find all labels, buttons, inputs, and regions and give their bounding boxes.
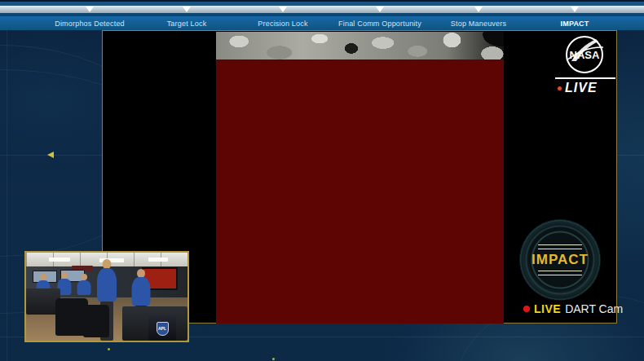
background-gridline: [7, 29, 7, 361]
impact-badge-label: IMPACT: [532, 252, 589, 268]
milestone-label-stop-maneuvers: Stop Maneuvers: [451, 20, 506, 28]
apl-logo: APL: [157, 322, 169, 336]
impact-status-badge: IMPACT: [519, 219, 601, 301]
spark-dot-decoration: [108, 348, 110, 350]
timeline-top-strip: [0, 0, 644, 6]
camera-live-label: LIVE: [534, 302, 561, 315]
pip-person-torso: [77, 280, 91, 295]
pip-ceiling-light: [148, 258, 168, 262]
live-separator-line: [555, 77, 615, 79]
pip-person-head: [81, 274, 87, 280]
pip-person-torso: [97, 268, 117, 302]
pip-apl-panel: APL: [148, 316, 176, 341]
milestone-label-precision-lock: Precision Lock: [258, 20, 307, 28]
milestone-label-target-lock: Target Lock: [167, 20, 207, 28]
left-marker-arrow-icon: [47, 152, 54, 158]
mission-timeline: Dimorphos Detected Target Lock Precision…: [0, 0, 644, 30]
milestone-marker-icon: [571, 7, 579, 12]
broadcast-frame: Dimorphos Detected Target Lock Precision…: [0, 0, 644, 361]
milestone-label-dimorphos-detected: Dimorphos Detected: [55, 20, 125, 28]
apl-logo-text: APL: [158, 326, 166, 331]
asteroid-surface-image: [216, 32, 504, 59]
nasa-logo-icon: NASA: [564, 34, 605, 75]
pip-person-head: [61, 272, 68, 279]
dart-cam-final-frame: [216, 32, 504, 324]
milestone-marker-icon: [474, 7, 483, 12]
pip-person-torso: [132, 277, 151, 306]
spark-dot-decoration: [272, 358, 275, 360]
milestone-marker-icon: [376, 7, 384, 12]
pip-office-chair: [83, 305, 109, 337]
timeline-progress-track: [0, 6, 644, 13]
mission-control-pip: APL: [24, 251, 189, 342]
live-dot-icon: [558, 86, 562, 90]
milestone-marker-icon: [183, 7, 191, 12]
milestone-label-impact: IMPACT: [560, 20, 589, 28]
camera-caption: LIVE DART Cam: [523, 302, 623, 315]
live-label: LIVE: [565, 81, 598, 95]
milestone-marker-icon: [86, 7, 94, 12]
badge-upper-lines: [538, 244, 582, 249]
nasa-logo-text: NASA: [570, 49, 600, 61]
badge-lower-lines: [538, 271, 582, 275]
pip-person: [77, 274, 91, 297]
timeline-label-bar: Dimorphos Detected Target Lock Precision…: [0, 16, 644, 30]
record-dot-icon: [523, 306, 530, 312]
live-indicator: LIVE: [558, 81, 598, 95]
camera-name-label: DART Cam: [565, 302, 623, 315]
milestone-marker-icon: [279, 7, 287, 12]
pip-person-head: [40, 274, 46, 280]
pip-ceiling-light: [49, 258, 70, 262]
milestone-label-final-comm: Final Comm Opportunity: [338, 20, 421, 28]
